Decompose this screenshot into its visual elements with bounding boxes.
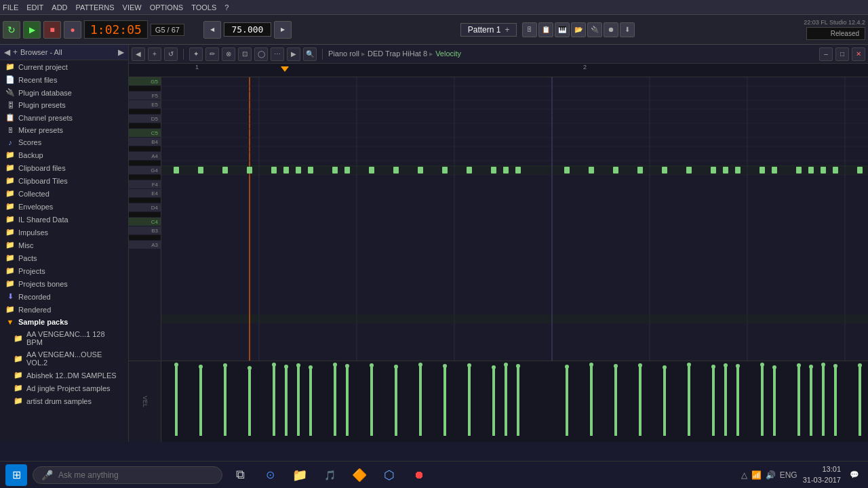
key-gs4[interactable]	[129, 161, 161, 166]
loop-btn[interactable]: ↻	[3, 21, 20, 39]
pr-playback-btn[interactable]: ▶	[287, 47, 300, 61]
key-d5[interactable]: D5	[129, 115, 161, 123]
key-g5[interactable]: G5	[129, 77, 161, 86]
taskbar-clock[interactable]: 13:01 31-03-2017	[803, 464, 841, 485]
sidebar-item-projects[interactable]: 📁 Projects	[0, 264, 128, 277]
pr-detuner-btn[interactable]: ⊡	[238, 47, 252, 61]
pr-add-btn[interactable]: +	[148, 47, 161, 61]
key-e5[interactable]: E5	[129, 100, 161, 109]
pr-slice-btn[interactable]: ⋯	[271, 47, 284, 61]
key-ds5[interactable]	[129, 109, 161, 115]
grid-area[interactable]	[161, 77, 868, 361]
sidebar-item-envelopes[interactable]: 📁 Envelopes	[0, 200, 128, 213]
key-cs5[interactable]	[129, 123, 161, 129]
task-view-btn[interactable]: ⧉	[228, 463, 252, 487]
chrome-icon[interactable]: ⊙	[258, 463, 282, 487]
plugins-icon[interactable]: 🔌	[587, 22, 602, 37]
pr-nav-btn[interactable]: ◀	[132, 47, 145, 61]
sidebar-item-il-shared[interactable]: 📁 IL Shared Data	[0, 213, 128, 226]
sidebar-item-plugin-database[interactable]: 🔌 Plugin database	[0, 86, 128, 99]
tempo-display[interactable]: 75.000	[224, 22, 271, 37]
pr-mute-btn[interactable]: ◯	[254, 47, 268, 61]
key-b3[interactable]: B3	[129, 226, 161, 235]
pr-close-btn[interactable]: ✕	[852, 47, 865, 61]
pr-maximize-btn[interactable]: □	[835, 47, 849, 61]
record-icon[interactable]: ⏺	[604, 22, 618, 37]
sidebar-item-mixer-presets[interactable]: 🎚 Mixer presets	[0, 124, 128, 136]
key-d4[interactable]: D4	[129, 203, 161, 212]
key-b4[interactable]: B4	[129, 138, 161, 146]
menu-help[interactable]: ?	[224, 3, 229, 12]
sidebar-item-impulses[interactable]: 📁 Impulses	[0, 226, 128, 239]
export-icon[interactable]: ⬇	[620, 22, 635, 37]
key-e4[interactable]: E4	[129, 189, 161, 198]
pr-select-btn[interactable]: ✦	[189, 47, 203, 61]
search-input[interactable]	[58, 470, 214, 480]
menu-add[interactable]: ADD	[52, 3, 67, 12]
sidebar-item-collected[interactable]: 📁 Collected	[0, 187, 128, 200]
breadcrumb-piano-roll[interactable]: Piano roll	[328, 49, 359, 58]
menu-patterns[interactable]: PATTERNS	[76, 3, 115, 12]
app6-icon[interactable]: ⬡	[377, 463, 401, 487]
sidebar-item-sample-packs[interactable]: ▼ Sample packs	[0, 316, 128, 328]
start-button[interactable]: ⊞	[5, 464, 27, 486]
mixer-icon[interactable]: 🎚	[522, 22, 537, 37]
sidebar-item-rendered[interactable]: 📁 Rendered	[0, 303, 128, 316]
velocity-canvas[interactable]	[161, 361, 868, 442]
menu-view[interactable]: VIEW	[123, 3, 142, 12]
network-icon[interactable]: 📶	[751, 470, 762, 480]
breadcrumb-instrument[interactable]: DED Trap HiHat 8	[368, 49, 427, 58]
notification-center-btn[interactable]: 💬	[846, 467, 863, 483]
sidebar-item-pacts[interactable]: 📁 Pacts	[0, 251, 128, 264]
key-g4[interactable]: G4	[129, 166, 161, 175]
sidebar-add-btn[interactable]: +	[13, 47, 18, 57]
key-fs4[interactable]	[129, 175, 161, 180]
stop-btn[interactable]: ■	[43, 21, 61, 39]
menu-tools[interactable]: TOOLS	[191, 3, 216, 12]
sidebar-item-plugin-presets[interactable]: 🎛 Plugin presets	[0, 99, 128, 111]
key-f5[interactable]: F5	[129, 92, 161, 100]
record-app-icon[interactable]: ⏺	[407, 463, 431, 487]
pr-minimize-btn[interactable]: –	[819, 47, 833, 61]
sidebar-item-sample-2[interactable]: 📁 AA VENGEAN...OUSE VOL.2	[0, 348, 128, 369]
pr-draw-btn[interactable]: ✏	[205, 47, 219, 61]
key-a4[interactable]: A4	[129, 152, 161, 161]
tempo-up[interactable]: ▶	[274, 21, 292, 39]
sidebar-item-sample-1[interactable]: 📁 AA VENGEANC...1 128 BPM	[0, 328, 128, 348]
menu-file[interactable]: FILE	[3, 3, 18, 12]
sidebar-item-projects-bones[interactable]: 📁 Projects bones	[0, 277, 128, 290]
sidebar-item-channel-presets[interactable]: 📋 Channel presets	[0, 111, 128, 124]
channel-icon[interactable]: 📋	[538, 22, 553, 37]
notification-icon[interactable]: △	[741, 470, 747, 480]
breadcrumb-velocity[interactable]: Velocity	[435, 49, 461, 58]
pr-erase-btn[interactable]: ⊗	[222, 47, 235, 61]
sidebar-item-scores[interactable]: ♪ Scores	[0, 136, 128, 148]
record-btn[interactable]: ●	[64, 21, 81, 39]
app5-icon[interactable]: 🔶	[347, 463, 372, 487]
lang-label[interactable]: ENG	[780, 470, 797, 480]
key-as3[interactable]	[129, 235, 161, 241]
menu-edit[interactable]: EDIT	[26, 3, 43, 12]
sidebar-forward-btn[interactable]: ▶	[118, 47, 124, 57]
timeline-inner[interactable]: 1 2	[194, 64, 868, 77]
sidebar-item-recorded[interactable]: ⬇ Recorded	[0, 290, 128, 303]
sidebar-item-recent-files[interactable]: 📄 Recent files	[0, 73, 128, 86]
key-c4[interactable]: C4	[129, 218, 161, 226]
key-c5[interactable]: C5	[129, 129, 161, 138]
key-a3[interactable]: A3	[129, 241, 161, 249]
sidebar-item-sample-3[interactable]: 📁 Abishek 12..DM SAMPLES	[0, 369, 128, 382]
key-f4[interactable]: F4	[129, 180, 161, 189]
fl-studio-icon[interactable]: 🎵	[317, 463, 342, 487]
pr-zoom-in-btn[interactable]: 🔍	[303, 47, 317, 61]
piano-roll-icon[interactable]: 🎹	[555, 22, 570, 37]
key-as4[interactable]	[129, 146, 161, 152]
sidebar-item-misc[interactable]: 📁 Misc	[0, 239, 128, 251]
menu-options[interactable]: OPTIONS	[150, 3, 184, 12]
pr-refresh-btn[interactable]: ↺	[164, 47, 178, 61]
pattern-selector[interactable]: Pattern 1 +	[460, 23, 517, 37]
key-cs4[interactable]	[129, 212, 161, 218]
sidebar-item-sample-5[interactable]: 📁 artist drum samples	[0, 394, 128, 407]
sidebar-item-clipboard-files[interactable]: 📁 Clipboard files	[0, 161, 128, 174]
sidebar-item-clipboard-tiles[interactable]: 📁 Clipboard Tiles	[0, 174, 128, 187]
file-explorer-icon[interactable]: 📁	[288, 463, 312, 487]
